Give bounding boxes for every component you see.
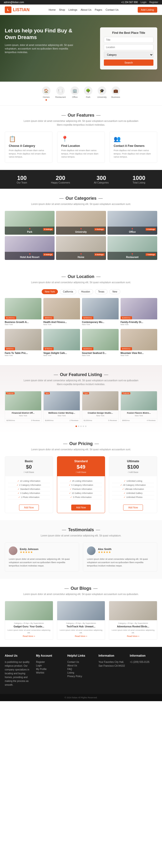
dot-3[interactable] bbox=[80, 426, 82, 427]
restaurant-icon: 🍽️ bbox=[56, 86, 65, 95]
feat-card-1[interactable]: Featured Financial District Off... New Y… bbox=[5, 391, 42, 423]
cat-card-park[interactable]: 📍 Park 5 listings bbox=[5, 211, 55, 235]
loc-card-7[interactable]: $3200/mo Gourmet Seafood D... New York bbox=[82, 329, 119, 358]
search-location-input[interactable] bbox=[104, 44, 154, 50]
blog-card-2[interactable]: Category • 25 Apr • By SuperAdmin TechTr… bbox=[57, 601, 105, 640]
search-title-input[interactable] bbox=[104, 37, 154, 43]
footer-listing-link[interactable]: Listing bbox=[67, 671, 94, 675]
logo-icon: L bbox=[5, 6, 11, 13]
nav-pages[interactable]: Pages bbox=[95, 8, 102, 11]
nav-contact[interactable]: Contact Us bbox=[106, 8, 118, 11]
cat-card-hotel[interactable]: 📍 Hotel And Resort 3 listings bbox=[5, 236, 55, 260]
feature-2-title: Find Location bbox=[61, 144, 101, 148]
loc-card-3[interactable]: $2500/mo Contemporary Mo... New York bbox=[82, 298, 119, 327]
feat-card-3[interactable]: Open Creative Design Studio... New York … bbox=[82, 391, 119, 423]
feat-card-2-img: New bbox=[44, 391, 80, 410]
our-categories-section: Our Categories Lorem ipsum dolor sit ame… bbox=[0, 189, 162, 267]
blog-3-category: Category bbox=[118, 622, 126, 624]
footer-about-link[interactable]: About Us bbox=[67, 664, 94, 668]
footer-privacy-link[interactable]: Privacy Policy bbox=[67, 675, 94, 678]
cat-home-count: 8 listings bbox=[94, 253, 105, 256]
blog-1-readmore[interactable]: Read More » bbox=[23, 635, 35, 638]
feat-card-2[interactable]: New Wellness Center Worksp... New York $… bbox=[43, 391, 80, 423]
footer-info2: Information +1 (209) 555-0135 bbox=[130, 654, 157, 687]
cat-restaurant[interactable]: 🍽️ Restaurant bbox=[55, 86, 66, 101]
search-category-select[interactable]: Category bbox=[104, 52, 154, 58]
footer-login[interactable]: Login bbox=[36, 664, 63, 668]
university-icon: 🎓 bbox=[98, 86, 106, 95]
price-ultimate-footer: Add Now bbox=[109, 502, 157, 513]
logo[interactable]: L LISTIAN bbox=[5, 6, 30, 13]
cat-business[interactable]: 💼 Business bbox=[111, 86, 120, 101]
cat-park-count: 5 listings bbox=[43, 228, 53, 230]
stat-listings-label: Total Listing bbox=[133, 181, 145, 184]
cat-univ-count: 4 listings bbox=[94, 228, 105, 230]
cat-card-restaurant[interactable]: 📍 Restaurant 7 listings bbox=[107, 236, 157, 260]
price-standard-body: 25 Listing Information 5 Category Inform… bbox=[57, 476, 105, 502]
dot-5[interactable] bbox=[85, 426, 86, 427]
feat-card-4[interactable]: Featured Fusion Flavors Bistro... New Yo… bbox=[120, 391, 157, 423]
cat-restaurant-label: Restaurant bbox=[55, 96, 66, 98]
feat-card-2-footer: $1800/mo 2 Reviews bbox=[44, 418, 80, 423]
loc-card-8[interactable]: $4500/mo Mountain View Ret... New York bbox=[120, 329, 157, 358]
nav-shop[interactable]: Shop bbox=[59, 8, 65, 11]
blog-2-readmore[interactable]: Read More » bbox=[75, 635, 87, 638]
nav-home[interactable]: Home bbox=[49, 8, 55, 11]
top-bar-register[interactable]: Register bbox=[150, 1, 158, 4]
footer-wishlist[interactable]: Wishlist bbox=[36, 671, 63, 675]
cat-card-university[interactable]: 📍 University 4 listings bbox=[56, 211, 106, 235]
loc-tab-newyork[interactable]: New York bbox=[42, 289, 58, 294]
loc-card-1-title: Business Growth A... bbox=[5, 321, 42, 323]
loc-card-1[interactable]: $1200/mo Business Growth A... New York bbox=[5, 298, 42, 327]
footer-myprofile[interactable]: My Profile bbox=[36, 668, 63, 671]
loc-card-5-location: New York bbox=[5, 354, 42, 356]
features-subtitle: Lorem ipsum dolor sit amet consectetur a… bbox=[22, 119, 140, 127]
footer-faq-link[interactable]: FAQ bbox=[67, 668, 94, 671]
loc-tab-houston[interactable]: Houston bbox=[78, 289, 93, 294]
feat-card-1-title: Financial District Off... bbox=[6, 412, 40, 414]
loc-card-4-img: $1800/mo bbox=[120, 298, 157, 319]
footer-register[interactable]: Register bbox=[36, 660, 63, 664]
blog-2-date: 25 Apr bbox=[76, 622, 81, 624]
feat-card-2-reviews: 2 Reviews bbox=[70, 420, 78, 422]
blog-3-readmore[interactable]: Read More » bbox=[127, 635, 139, 638]
price-ultimate-btn[interactable]: Add Now bbox=[123, 504, 143, 510]
blog-card-3[interactable]: Category • 25 Apr • By SuperAdmin Advent… bbox=[109, 601, 157, 640]
location-tabs: New York California Houston Texas New bbox=[5, 289, 157, 294]
blog-card-1[interactable]: Category • 25 Apr • By SuperAdmin Gadget… bbox=[5, 601, 53, 640]
cat-park[interactable]: 🌳 Park bbox=[84, 86, 92, 101]
cat-office[interactable]: 🏢 Office bbox=[71, 86, 79, 101]
cat-homes[interactable]: 🏠 Homes bbox=[42, 86, 51, 101]
loc-tab-california[interactable]: California bbox=[60, 289, 76, 294]
cat-office-label: Office bbox=[72, 96, 77, 98]
park-icon: 🌳 bbox=[84, 86, 92, 95]
loc-card-2-info: Health And Fitness... New York bbox=[43, 319, 80, 327]
nav-about[interactable]: About Us bbox=[81, 8, 91, 11]
dot-1[interactable] bbox=[76, 426, 77, 427]
nav-listings[interactable]: Listings bbox=[69, 8, 77, 11]
cat-card-office[interactable]: 📍 Office 6 listings bbox=[107, 211, 157, 235]
cat-university[interactable]: 🎓 University bbox=[97, 86, 107, 101]
dot-4[interactable] bbox=[83, 426, 84, 427]
footer-contact-link[interactable]: Contact Us bbox=[67, 660, 94, 664]
add-listing-button[interactable]: Add Listing bbox=[138, 7, 157, 12]
price-basic-btn[interactable]: Add Now bbox=[19, 504, 39, 510]
avatar-1 bbox=[9, 547, 18, 555]
price-standard-btn[interactable]: Add Now bbox=[71, 504, 91, 510]
loc-card-2[interactable]: $800/mo Health And Fitness... New York bbox=[43, 298, 80, 327]
price-std-feat-5: 5 Photo Information bbox=[60, 495, 102, 499]
stat-team-num: 100 bbox=[17, 175, 27, 181]
blog-3-excerpt: Lorem ipsum dolor sit amet consectetur a… bbox=[111, 629, 155, 634]
blog-1-body: Category • 25 Apr • By SuperAdmin Gadget… bbox=[5, 620, 53, 640]
price-ult-feat-4: Unlimited Gallery bbox=[112, 491, 154, 495]
loc-tab-texas[interactable]: Texas bbox=[95, 289, 107, 294]
cat-card-home[interactable]: 📍 Home 8 listings bbox=[56, 236, 106, 260]
search-button[interactable]: Search bbox=[104, 60, 154, 66]
loc-card-4[interactable]: $1800/mo Family-Friendly Di... New York bbox=[120, 298, 157, 327]
loc-card-3-location: New York bbox=[82, 323, 119, 326]
top-bar-login[interactable]: Login bbox=[140, 1, 146, 4]
loc-card-6[interactable]: $750/mo Vegan Delight Cafe... New York bbox=[43, 329, 80, 358]
dot-2[interactable] bbox=[78, 426, 79, 427]
loc-card-5[interactable]: $950/mo Farm To Table Pric... New York bbox=[5, 329, 42, 358]
loc-tab-new[interactable]: New bbox=[109, 289, 120, 294]
